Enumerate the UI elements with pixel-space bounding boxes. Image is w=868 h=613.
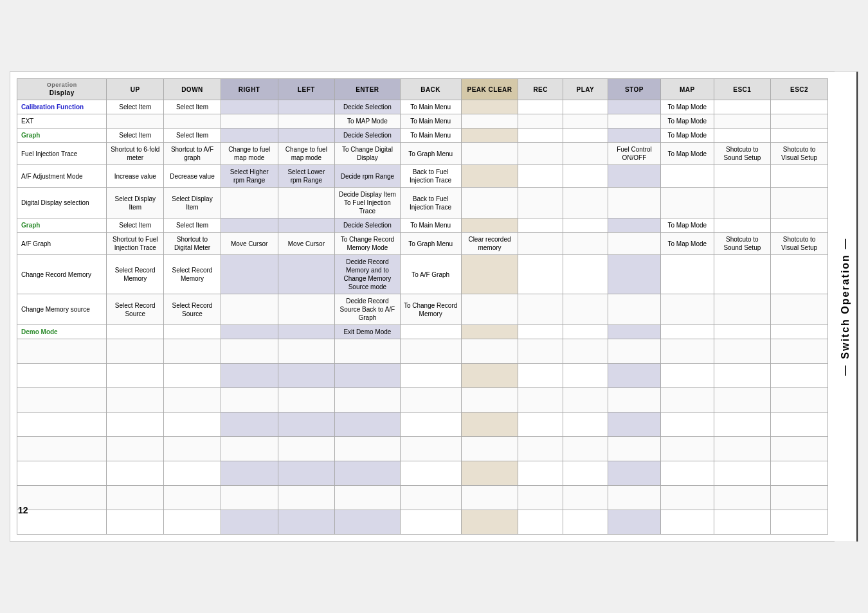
cell-up: Select Record Memory [107, 255, 164, 294]
empty-cell [164, 388, 221, 413]
cell-stop [608, 100, 660, 114]
empty-cell [661, 486, 714, 510]
empty-cell [661, 413, 714, 437]
cell-map [661, 255, 714, 294]
cell-left [278, 218, 335, 233]
cell-esc1 [714, 188, 771, 218]
cell-left [278, 294, 335, 325]
side-label: — Switch Operation — [835, 72, 858, 542]
cell-left [278, 114, 335, 129]
empty-cell [608, 388, 660, 413]
cell-peak-clear [461, 100, 518, 114]
empty-cell [335, 437, 400, 461]
cell-play [563, 218, 608, 233]
cell-down: Decrease value [164, 165, 221, 188]
cell-up: Shortcut to Fuel Injection Trace [107, 233, 164, 255]
cell-stop [608, 114, 660, 129]
cell-up [107, 114, 164, 129]
empty-cell [771, 437, 828, 461]
side-label-text: Switch Operation [840, 254, 851, 359]
th-right: RIGHT [221, 78, 278, 100]
empty-cell [400, 413, 461, 437]
empty-cell [714, 339, 771, 364]
th-rec: REC [518, 78, 563, 100]
cell-esc1 [714, 165, 771, 188]
cell-back: To Main Menu [400, 218, 461, 233]
empty-row [17, 388, 828, 413]
empty-cell [335, 510, 400, 535]
cell-up: Select Item [107, 218, 164, 233]
empty-cell [714, 437, 771, 461]
cell-map: To Map Mode [661, 100, 714, 114]
empty-cell [221, 388, 278, 413]
empty-cell [461, 339, 518, 364]
cell-rec [518, 218, 563, 233]
empty-cell [771, 413, 828, 437]
empty-cell [563, 339, 608, 364]
empty-cell [563, 486, 608, 510]
cell-display: Change Memory source [17, 294, 107, 325]
cell-rec [518, 114, 563, 129]
cell-esc1 [714, 325, 771, 339]
cell-display: Change Record Memory [17, 255, 107, 294]
th-stop: STOP [608, 78, 660, 100]
table-row: Graph Select Item Select Item Decide Sel… [17, 218, 828, 233]
cell-down: Shortcut to Digital Meter [164, 233, 221, 255]
empty-cell [107, 486, 164, 510]
cell-up: Select Display Item [107, 188, 164, 218]
empty-cell [107, 364, 164, 388]
cell-enter: Exit Demo Mode [335, 325, 400, 339]
empty-cell [461, 413, 518, 437]
cell-left [278, 325, 335, 339]
cell-enter: Decide Record Source Back to A/F Graph [335, 294, 400, 325]
operation-table: Operation Display UP DOWN RIGHT LEFT ENT… [17, 78, 828, 535]
cell-peak-clear [461, 129, 518, 143]
cell-rec [518, 188, 563, 218]
cell-play [563, 114, 608, 129]
empty-cell [17, 364, 107, 388]
cell-stop [608, 294, 660, 325]
cell-peak-clear [461, 143, 518, 165]
cell-right [221, 188, 278, 218]
table-row: Graph Select Item Select Item Decide Sel… [17, 129, 828, 143]
cell-enter: Decide Record Memory and to Change Memor… [335, 255, 400, 294]
cell-display: Calibration Function [17, 100, 107, 114]
cell-display: Graph [17, 218, 107, 233]
cell-display: Demo Mode [17, 325, 107, 339]
cell-map: To Map Mode [661, 114, 714, 129]
cell-back: To Main Menu [400, 114, 461, 129]
empty-cell [17, 339, 107, 364]
table-row: EXT To MAP Mode To Main Menu To Map Mode [17, 114, 828, 129]
empty-cell [164, 364, 221, 388]
empty-cell [17, 486, 107, 510]
cell-right: Change to fuel map mode [221, 143, 278, 165]
cell-stop [608, 255, 660, 294]
cell-esc2 [771, 129, 828, 143]
cell-down: Select Record Memory [164, 255, 221, 294]
cell-up: Select Item [107, 129, 164, 143]
cell-left [278, 100, 335, 114]
cell-up: Select Item [107, 100, 164, 114]
cell-right: Move Cursor [221, 233, 278, 255]
empty-cell [608, 413, 660, 437]
cell-left [278, 188, 335, 218]
side-label-dash-bottom: — [840, 237, 851, 249]
empty-cell [518, 388, 563, 413]
cell-peak-clear [461, 325, 518, 339]
cell-right [221, 218, 278, 233]
empty-cell [608, 339, 660, 364]
th-enter: ENTER [335, 78, 400, 100]
cell-esc1 [714, 114, 771, 129]
cell-esc2 [771, 294, 828, 325]
cell-map: To Map Mode [661, 233, 714, 255]
empty-cell [17, 437, 107, 461]
th-peak-clear: PEAK CLEAR [461, 78, 518, 100]
cell-down: Select Record Source [164, 294, 221, 325]
cell-map [661, 188, 714, 218]
cell-esc1 [714, 100, 771, 114]
empty-cell [563, 510, 608, 535]
cell-back: To Graph Menu [400, 233, 461, 255]
empty-cell [661, 364, 714, 388]
table-row: A/F Adjustment Mode Increase value Decre… [17, 165, 828, 188]
cell-right: Select Higher rpm Range [221, 165, 278, 188]
